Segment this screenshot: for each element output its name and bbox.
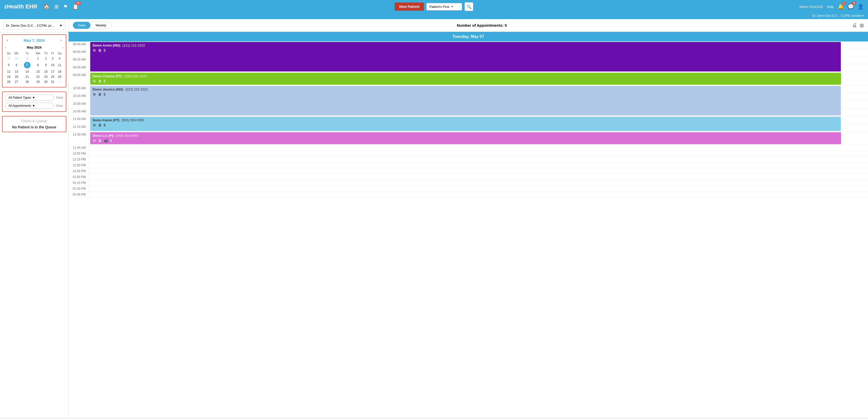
appointment-billing-icon[interactable]: $ <box>104 79 106 83</box>
appointment-delete-icon[interactable]: 🗑 <box>98 139 102 143</box>
appointment-delete-icon[interactable]: 🗑 <box>98 48 102 52</box>
appointment-delete-icon[interactable]: 🗑 <box>98 123 102 127</box>
calendar-day[interactable]: 29 <box>34 79 42 84</box>
calendar-day[interactable]: 5 <box>5 61 12 69</box>
calendar-day[interactable]: 22 <box>34 74 42 79</box>
time-label: 01:30 PM <box>69 186 89 192</box>
help-link[interactable]: Help <box>827 5 834 9</box>
print-button[interactable]: 🖨 <box>852 22 857 28</box>
appointment-card[interactable]: Demo Jessica (INS)(222) 222-2222⚙🗑$ <box>90 86 841 115</box>
time-slot <box>89 145 842 151</box>
appointments-dropdown[interactable]: All Appointments ▼ <box>5 103 54 109</box>
calendar-day[interactable]: 17 <box>49 69 56 74</box>
calendar-day[interactable]: 31 <box>49 79 56 84</box>
search-button[interactable]: 🔍 <box>465 2 473 11</box>
chat-icon[interactable]: 💬 0 <box>848 4 854 10</box>
calendar-day[interactable]: 9 <box>42 61 49 69</box>
appointment-settings-icon[interactable]: ⚙ <box>93 139 96 143</box>
time-row: 11:45 AM <box>69 145 868 151</box>
calendar-day[interactable]: 14 <box>21 69 34 74</box>
daily-view-button[interactable]: Daily <box>73 22 90 29</box>
calendar-day[interactable]: 10 <box>49 61 56 69</box>
calendar-day[interactable]: 28 <box>21 79 34 84</box>
calendar-day[interactable]: 21 <box>21 74 34 79</box>
appointment-settings-icon[interactable]: ⚙ <box>93 79 96 83</box>
calendar-day[interactable]: 1 <box>56 79 63 84</box>
appointment-settings-icon[interactable]: ⚙ <box>93 123 96 127</box>
schedule-table: 08:45 AMDemo Annis (INS)(111) 111-2222⚙🗑… <box>69 41 868 198</box>
queue-title: Check-in Queue <box>5 119 63 123</box>
time-slot <box>89 180 842 186</box>
calendar-day[interactable]: 11 <box>56 61 63 69</box>
calendar-day[interactable]: 15 <box>34 69 42 74</box>
flag-icon[interactable]: ⚑ <box>63 4 68 10</box>
calendar-day[interactable]: 2 <box>42 56 49 61</box>
appointment-card[interactable]: Demo Karen (PT)(555) 555-5555⚙🗑$ <box>90 117 841 131</box>
time-slot: Demo Charles (PT)(234) 532-2223⚙🗑$ <box>89 72 842 85</box>
provider-dropdown-chevron: ▼ <box>59 24 63 27</box>
top-nav: zHealth EHR 🏠 ⊞ ⚑ 📋 12 New Patient Patie… <box>0 0 868 13</box>
appointment-card[interactable]: Demo Annis (INS)(111) 111-2222⚙🗑$ <box>90 42 841 71</box>
calendar-day[interactable]: 25 <box>56 74 63 79</box>
schedule-grid: 08:45 AMDemo Annis (INS)(111) 111-2222⚙🗑… <box>69 41 868 198</box>
mini-cal-next[interactable]: › <box>62 46 63 49</box>
weekly-view-button[interactable]: Weekly <box>90 22 111 29</box>
calendar-day[interactable]: 20 <box>12 74 21 79</box>
calendar-day[interactable]: 19 <box>5 74 12 79</box>
user-icon[interactable]: 👤 <box>858 4 864 10</box>
appointment-billing-icon[interactable]: $ <box>104 123 106 127</box>
patient-type-dropdown[interactable]: All Patient Types ▼ <box>5 95 54 101</box>
calendar-day[interactable]: 18 <box>56 69 63 74</box>
calendar-day[interactable]: 6 <box>12 61 21 69</box>
calendar-day[interactable]: 30 <box>21 56 34 61</box>
time-slot <box>842 124 868 132</box>
calendar-prev-button[interactable]: ‹ <box>5 37 9 43</box>
calendar-day[interactable]: 3 <box>49 56 56 61</box>
appointment-settings-icon[interactable]: ⚙ <box>93 48 96 52</box>
calendar-day[interactable]: 30 <box>42 79 49 84</box>
calendar-day[interactable]: 8 <box>34 61 42 69</box>
calendar-day[interactable]: 26 <box>5 79 12 84</box>
calendar-day[interactable]: 13 <box>12 69 21 74</box>
list-icon[interactable]: 📋 12 <box>72 4 79 10</box>
time-label: 01:00 PM <box>69 174 89 180</box>
calendar-next-button[interactable]: › <box>59 37 63 43</box>
appointment-billing-icon[interactable]: $ <box>110 139 112 143</box>
calendar-day[interactable]: 23 <box>42 74 49 79</box>
calendar-day[interactable]: 28 <box>5 56 12 61</box>
calendar-day[interactable]: 24 <box>49 74 56 79</box>
new-patient-button[interactable]: New Patient <box>395 3 424 11</box>
calendar-day[interactable]: 29 <box>12 56 21 61</box>
appointments-clear-button[interactable]: Clear <box>56 104 63 108</box>
grid-icon[interactable]: ⊞ <box>54 4 59 10</box>
time-label: 12:00 PM <box>69 151 89 157</box>
bell-icon[interactable]: 🔔 1 <box>838 4 844 10</box>
calendar-day[interactable]: 7 <box>21 61 34 69</box>
calendar-day[interactable]: 16 <box>42 69 49 74</box>
calendar-section: ‹ May 7, 2024 › ‹ May 2024 › Su Mo Tu <box>2 34 66 87</box>
calendar-day[interactable]: 1 <box>34 56 42 61</box>
appointment-settings-icon[interactable]: ⚙ <box>93 92 96 96</box>
calendar-day[interactable]: 27 <box>12 79 21 84</box>
toolbar-icons: 🖨 ⊞ <box>852 22 864 28</box>
mini-cal-prev[interactable]: ‹ <box>5 46 6 49</box>
calendar-day[interactable]: 12 <box>5 69 12 74</box>
calendar-day[interactable]: 4 <box>56 56 63 61</box>
provider-dropdown[interactable]: Dr. Demo Doc D.C. , CCPM, pr… ▼ <box>3 22 65 29</box>
patient-first-dropdown[interactable]: Patient's First ▼ <box>427 3 462 10</box>
appointment-delete-icon[interactable]: 🗑 <box>98 79 102 83</box>
patient-type-clear-button[interactable]: Clear <box>56 96 63 99</box>
appointment-card[interactable]: Demo Liz (PI)(444) 444-4444⚙🗑📹$ <box>90 132 841 144</box>
calendar-toolbar: Daily Weekly Number of Appointments: 5 🖨… <box>69 19 868 32</box>
appointment-video-icon[interactable]: 📹 <box>104 139 108 143</box>
appointment-delete-icon[interactable]: 🗑 <box>98 92 102 96</box>
grid-view-button[interactable]: ⊞ <box>860 22 864 28</box>
appointments-label: All Appointments <box>8 104 31 108</box>
appointment-billing-icon[interactable]: $ <box>104 48 106 52</box>
home-icon[interactable]: 🏠 <box>43 4 50 10</box>
appointment-card[interactable]: Demo Charles (PT)(234) 532-2223⚙🗑$ <box>90 73 841 85</box>
calendar-header: ‹ May 7, 2024 › <box>5 37 63 43</box>
mini-cal-header: ‹ May 2024 › <box>5 46 63 49</box>
appointment-billing-icon[interactable]: $ <box>104 92 106 96</box>
time-label: 12:30 PM <box>69 162 89 168</box>
